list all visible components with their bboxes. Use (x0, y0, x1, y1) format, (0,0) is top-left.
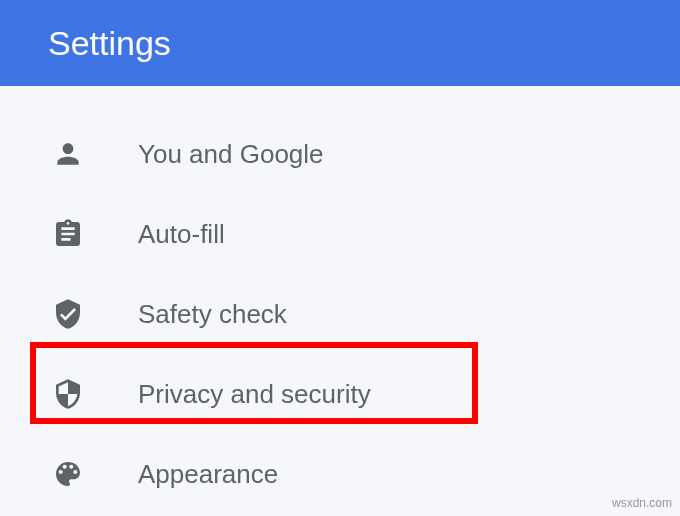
page-title: Settings (48, 24, 171, 63)
menu-item-label: Safety check (138, 299, 287, 330)
clipboard-icon (48, 214, 88, 254)
watermark: wsxdn.com (612, 496, 672, 510)
menu-item-safety-check[interactable]: Safety check (0, 274, 680, 354)
settings-menu: You and Google Auto-fill Safety check Pr… (0, 86, 680, 514)
security-shield-icon (48, 374, 88, 414)
menu-item-label: You and Google (138, 139, 324, 170)
shield-check-icon (48, 294, 88, 334)
menu-item-you-and-google[interactable]: You and Google (0, 114, 680, 194)
menu-item-auto-fill[interactable]: Auto-fill (0, 194, 680, 274)
menu-item-appearance[interactable]: Appearance (0, 434, 680, 514)
person-icon (48, 134, 88, 174)
menu-item-label: Auto-fill (138, 219, 225, 250)
palette-icon (48, 454, 88, 494)
header: Settings (0, 0, 680, 86)
menu-item-label: Appearance (138, 459, 278, 490)
menu-item-label: Privacy and security (138, 379, 371, 410)
menu-item-privacy-and-security[interactable]: Privacy and security (0, 354, 680, 434)
